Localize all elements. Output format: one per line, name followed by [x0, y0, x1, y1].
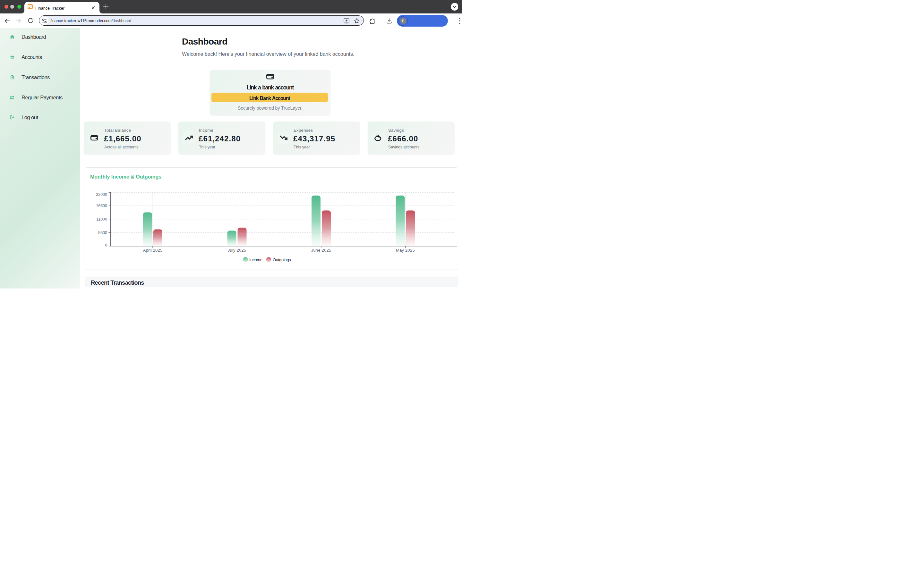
svg-text:11000: 11000: [96, 217, 107, 221]
svg-text:July 2025: July 2025: [228, 247, 246, 252]
svg-text:May 2025: May 2025: [396, 247, 415, 252]
svg-text:April 2025: April 2025: [143, 247, 163, 252]
svg-text:Income: Income: [249, 257, 262, 262]
svg-text:5500: 5500: [98, 230, 107, 235]
svg-text:0: 0: [105, 243, 107, 247]
svg-text:16500: 16500: [96, 203, 107, 208]
svg-text:22000: 22000: [96, 192, 107, 197]
svg-text:Outgoings: Outgoings: [273, 257, 291, 262]
svg-text:June 2025: June 2025: [311, 247, 331, 252]
